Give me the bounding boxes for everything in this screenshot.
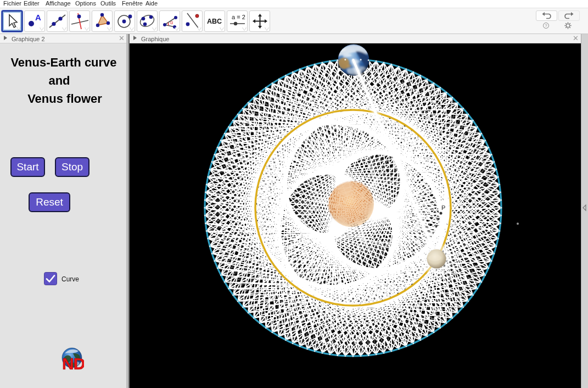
svg-text:P: P	[441, 204, 445, 211]
svg-text:A: A	[35, 13, 41, 22]
svg-text:α: α	[170, 20, 173, 25]
svg-text:a = 2: a = 2	[232, 14, 245, 20]
svg-text:H: H	[486, 213, 490, 219]
svg-text:ABC: ABC	[207, 18, 222, 25]
svg-text:ND: ND	[62, 354, 84, 370]
